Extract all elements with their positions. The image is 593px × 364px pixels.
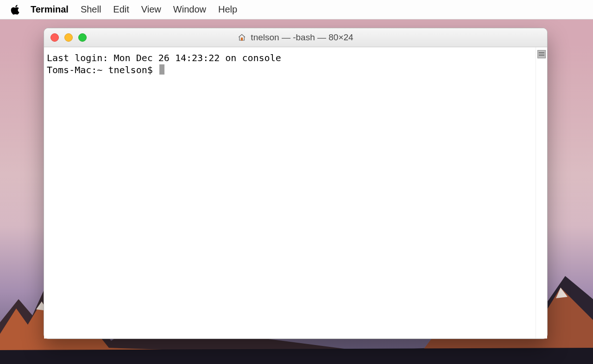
terminal-line-last-login: Last login: Mon Dec 26 14:23:22 on conso… (47, 52, 281, 63)
terminal-body: Last login: Mon Dec 26 14:23:22 on conso… (44, 47, 547, 339)
terminal-window: tnelson — -bash — 80×24 Last login: Mon … (44, 28, 548, 339)
menu-bar: Terminal Shell Edit View Window Help (0, 0, 593, 19)
menu-items: Terminal Shell Edit View Window Help (31, 4, 237, 15)
terminal-cursor (159, 64, 164, 75)
menu-item-window[interactable]: Window (173, 4, 206, 15)
menu-item-help[interactable]: Help (218, 4, 237, 15)
window-title: tnelson — -bash — 80×24 (251, 32, 353, 43)
terminal-content[interactable]: Last login: Mon Dec 26 14:23:22 on conso… (44, 47, 536, 339)
scrollbar[interactable] (536, 47, 547, 339)
apple-icon[interactable] (10, 5, 20, 15)
minimize-button[interactable] (64, 33, 73, 42)
desktop: Terminal Shell Edit View Window Help (0, 0, 593, 364)
zoom-button[interactable] (78, 33, 87, 42)
menu-item-view[interactable]: View (141, 4, 161, 15)
svg-rect-0 (241, 38, 243, 40)
menu-item-shell[interactable]: Shell (81, 4, 101, 15)
close-button[interactable] (50, 33, 59, 42)
menu-app-name[interactable]: Terminal (31, 4, 69, 15)
home-icon (238, 33, 246, 42)
window-controls (50, 33, 87, 42)
window-title-group: tnelson — -bash — 80×24 (44, 32, 547, 43)
terminal-prompt: Toms-Mac:~ tnelson$ (47, 64, 158, 75)
window-titlebar[interactable]: tnelson — -bash — 80×24 (44, 28, 547, 47)
menu-item-edit[interactable]: Edit (113, 4, 129, 15)
scrollbar-thumb-icon[interactable] (537, 50, 546, 58)
